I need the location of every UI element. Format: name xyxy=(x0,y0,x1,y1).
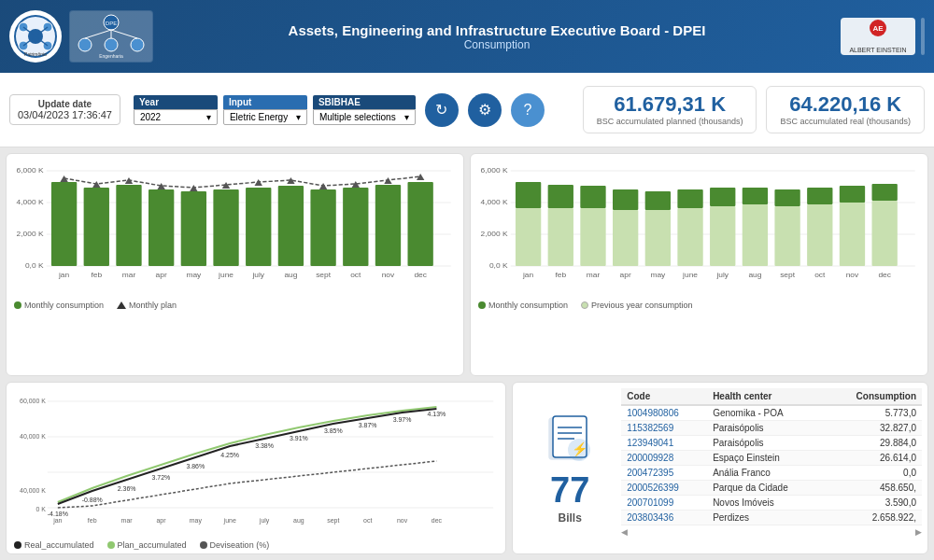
svg-text:jan: jan xyxy=(52,517,62,525)
refresh-button[interactable]: ↻ xyxy=(425,93,459,127)
svg-text:mar: mar xyxy=(121,517,134,524)
chart-accumulated: 60,000 K 40,000 K 40,000 K 0 K -4.18% -0… xyxy=(6,382,506,554)
bills-and-table: ⚡ 77 Bills Code Health center Consumptio… xyxy=(512,382,928,554)
svg-text:4,000 K: 4,000 K xyxy=(17,198,44,206)
table-row: 123949041 Paraisópolis 29.884,0 xyxy=(621,436,922,451)
svg-rect-37 xyxy=(246,188,271,266)
svg-text:2,000 K: 2,000 K xyxy=(17,230,44,238)
help-button[interactable]: ? xyxy=(511,93,545,127)
svg-text:4,000 K: 4,000 K xyxy=(481,198,508,206)
input-chevron-icon: ▾ xyxy=(296,112,301,122)
svg-text:mar: mar xyxy=(587,271,601,279)
kpi-planned: 61.679,31 K BSC accumulated planned (tho… xyxy=(583,86,757,134)
svg-rect-79 xyxy=(580,208,605,266)
svg-rect-36 xyxy=(213,189,238,266)
table-row: 2000526399 Parque da Cidade 458.650, xyxy=(621,481,922,496)
svg-rect-95 xyxy=(840,203,865,266)
header-left: Patrimônio DPE Engenharia xyxy=(9,10,153,63)
cell-health: Novos Imóveis xyxy=(707,496,825,511)
filters-group: Year 2022 ▾ Input Eletric Energy ▾ SBIBH… xyxy=(134,95,416,125)
svg-text:may: may xyxy=(190,517,203,525)
cell-code: 2000526399 xyxy=(621,481,707,496)
svg-marker-53 xyxy=(384,177,391,184)
col-consumption: Consumption xyxy=(825,388,922,405)
svg-rect-33 xyxy=(116,185,141,266)
legend2-prev: Previous year consumption xyxy=(581,301,693,310)
page-title: Assets, Engineering and Infrastructure E… xyxy=(153,22,841,38)
svg-text:3.85%: 3.85% xyxy=(324,427,343,434)
svg-rect-93 xyxy=(807,204,832,266)
svg-rect-97 xyxy=(871,201,897,266)
svg-text:40,000 K: 40,000 K xyxy=(20,487,46,494)
cell-health: Anália Franco xyxy=(707,466,825,481)
sbib-chevron-icon: ▾ xyxy=(404,112,409,122)
bills-table: Code Health center Consumption 100498080… xyxy=(621,388,922,548)
cell-consumption: 0,0 xyxy=(825,466,922,481)
svg-text:2.36%: 2.36% xyxy=(118,485,136,492)
svg-text:oct: oct xyxy=(363,517,372,524)
svg-rect-91 xyxy=(774,206,800,266)
svg-point-16 xyxy=(131,38,144,51)
svg-rect-40 xyxy=(343,188,368,266)
svg-text:nov: nov xyxy=(846,271,859,279)
bills-number: 77 xyxy=(550,472,589,508)
org-logo: Patrimônio xyxy=(9,10,62,63)
year-select[interactable]: 2022 ▾ xyxy=(134,109,218,125)
svg-text:july: july xyxy=(259,517,270,525)
kpi-planned-value: 61.679,31 K xyxy=(597,92,743,117)
svg-marker-51 xyxy=(319,183,327,189)
year-filter-label: Year xyxy=(134,95,218,109)
header: Patrimônio DPE Engenharia Assets, Engine… xyxy=(0,0,934,73)
svg-rect-81 xyxy=(613,210,638,266)
top-charts-row: 6,000 K 4,000 K 2,000 K 0,0 K xyxy=(6,153,928,376)
svg-text:60,000 K: 60,000 K xyxy=(20,398,46,404)
svg-text:may: may xyxy=(650,271,666,279)
svg-rect-75 xyxy=(516,208,541,266)
svg-text:feb: feb xyxy=(91,271,102,279)
cell-code: 1004980806 xyxy=(621,405,707,421)
sbib-select[interactable]: Multiple selections ▾ xyxy=(313,109,416,125)
svg-rect-31 xyxy=(51,182,77,266)
svg-text:0 K: 0 K xyxy=(35,506,46,512)
table-row: 1004980806 Genomika - POA 5.773,0 xyxy=(621,405,922,421)
svg-text:nov: nov xyxy=(397,517,408,524)
svg-text:3.72%: 3.72% xyxy=(152,474,171,481)
svg-text:AE: AE xyxy=(872,24,884,33)
svg-text:⚡: ⚡ xyxy=(572,441,588,457)
svg-text:4.25%: 4.25% xyxy=(220,452,239,458)
svg-rect-83 xyxy=(645,210,671,266)
svg-text:3.91%: 3.91% xyxy=(290,435,308,441)
header-right: AE ALBERT EINSTEIN xyxy=(841,18,925,55)
svg-rect-90 xyxy=(743,188,768,204)
input-select[interactable]: Eletric Energy ▾ xyxy=(223,109,307,125)
svg-rect-86 xyxy=(677,189,702,208)
cell-health: Parque da Cidade xyxy=(707,481,825,496)
settings-button[interactable]: ⚙ xyxy=(468,93,502,127)
kpi-real-desc: BSC accumulated real (thousands) xyxy=(780,117,911,128)
svg-text:nov: nov xyxy=(382,271,395,279)
svg-text:feb: feb xyxy=(88,517,97,524)
table-row: 200701099 Novos Imóveis 3.590,0 xyxy=(621,496,922,511)
svg-rect-78 xyxy=(548,185,573,208)
table-scroll-hint: ◀ ▶ xyxy=(621,527,922,537)
update-date-value: 03/04/2023 17:36:47 xyxy=(18,109,112,120)
svg-text:sept: sept xyxy=(327,517,339,525)
svg-text:-0.88%: -0.88% xyxy=(82,497,103,503)
einstein-logo: AE ALBERT EINSTEIN xyxy=(841,18,915,55)
cell-health: Espaço Einstein xyxy=(707,451,825,466)
controls-bar: Update date 03/04/2023 17:36:47 Year 202… xyxy=(0,73,934,147)
svg-rect-82 xyxy=(613,189,638,210)
cell-consumption: 3.590,0 xyxy=(825,496,922,511)
svg-rect-87 xyxy=(710,206,735,266)
refresh-icon: ↻ xyxy=(435,101,447,119)
svg-text:sept: sept xyxy=(780,271,796,279)
svg-text:apr: apr xyxy=(156,517,166,525)
svg-text:apr: apr xyxy=(156,271,167,279)
svg-text:6,000 K: 6,000 K xyxy=(17,166,44,175)
legend2-prev-dot xyxy=(581,301,588,309)
svg-text:oct: oct xyxy=(350,271,361,279)
svg-text:3.87%: 3.87% xyxy=(359,422,377,428)
legend3-plan-dot xyxy=(107,541,115,549)
legend3-dev-dot xyxy=(200,541,207,549)
page-subtitle: Consumption xyxy=(153,38,841,51)
